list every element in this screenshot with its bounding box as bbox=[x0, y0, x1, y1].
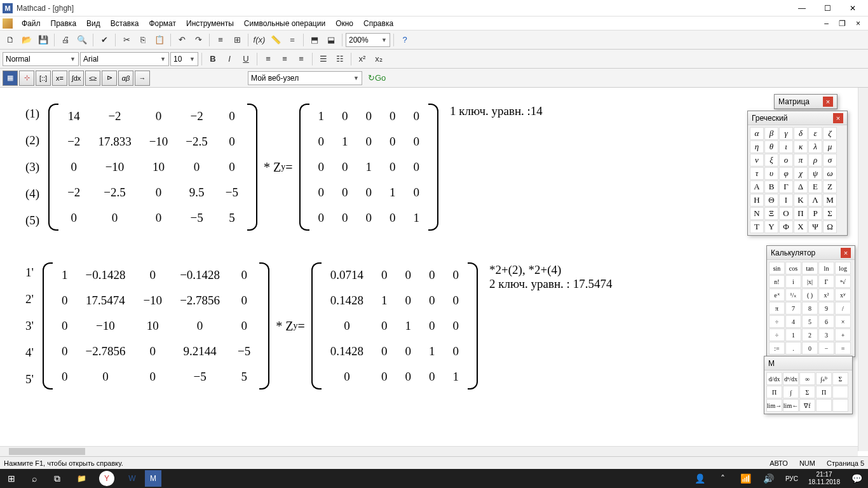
greek-Ν[interactable]: Ν bbox=[750, 207, 764, 220]
calc-key[interactable]: Γ bbox=[818, 275, 834, 288]
maximize-button[interactable]: ☐ bbox=[815, 0, 840, 17]
calc-key[interactable]: 4 bbox=[785, 315, 801, 328]
greek-ω[interactable]: ω bbox=[823, 167, 837, 180]
align-button[interactable]: ≡ bbox=[213, 32, 228, 48]
calc-key[interactable]: eˣ bbox=[769, 288, 785, 301]
calc-key[interactable]: × bbox=[835, 315, 851, 328]
greek-Ο[interactable]: Ο bbox=[779, 207, 793, 220]
greek-γ[interactable]: γ bbox=[779, 127, 793, 140]
component2-button[interactable]: ⬓ bbox=[323, 32, 339, 48]
calc-key[interactable]: + bbox=[835, 329, 851, 341]
search-button[interactable]: ⌕ bbox=[23, 469, 46, 488]
greek-palette[interactable]: Греческий× αβγδεζηθικλμνξοπρστυφχψωΑΒΓΔΕ… bbox=[747, 111, 848, 236]
calc-key[interactable]: log bbox=[835, 262, 851, 274]
redo-button[interactable]: ↷ bbox=[191, 32, 206, 48]
calc-key[interactable]: . bbox=[785, 342, 801, 355]
greek-Φ[interactable]: Φ bbox=[779, 220, 793, 233]
greek-ν[interactable]: ν bbox=[750, 154, 764, 166]
greek-Κ[interactable]: Κ bbox=[794, 194, 808, 207]
numbering-button[interactable]: ☷ bbox=[332, 51, 348, 67]
menu-view[interactable]: Вид bbox=[81, 18, 105, 29]
greek-ψ[interactable]: ψ bbox=[808, 167, 822, 180]
matrix-palette[interactable]: Матрица× bbox=[774, 94, 837, 109]
mdi-minimize[interactable]: – bbox=[819, 18, 834, 29]
greek-υ[interactable]: υ bbox=[764, 167, 778, 180]
mdi-close[interactable]: × bbox=[851, 18, 865, 29]
calc-key[interactable]: 6 bbox=[818, 315, 834, 328]
calc-key[interactable]: ÷ bbox=[769, 329, 785, 341]
fx-button[interactable]: f(x) bbox=[252, 32, 267, 48]
sup-button[interactable]: x² bbox=[355, 51, 370, 67]
close-icon[interactable]: × bbox=[841, 248, 851, 258]
calc-key[interactable]: − bbox=[818, 342, 834, 355]
greek-palette-button[interactable]: αβ bbox=[118, 71, 133, 86]
spell-button[interactable]: ✔ bbox=[97, 32, 112, 48]
calculus-key[interactable]: ∞ bbox=[799, 372, 815, 385]
font-combo[interactable]: Arial▼ bbox=[80, 52, 169, 66]
size-combo[interactable]: 10▼ bbox=[170, 52, 198, 66]
volume-icon[interactable]: 🔊 bbox=[757, 469, 780, 488]
greek-μ[interactable]: μ bbox=[823, 140, 837, 153]
greek-Α[interactable]: Α bbox=[750, 180, 764, 193]
calc-key[interactable]: i bbox=[785, 275, 801, 288]
worksheet[interactable]: (1)(2)(3)(4)(5) 14−20−20−217.833−10−2.50… bbox=[0, 88, 868, 451]
programming-palette-button[interactable]: ⊳ bbox=[102, 71, 117, 86]
greek-β[interactable]: β bbox=[764, 127, 778, 140]
symbolic-palette-button[interactable]: → bbox=[135, 71, 150, 86]
yandex-taskbar[interactable]: Y bbox=[99, 471, 114, 486]
menu-file[interactable]: Файл bbox=[17, 18, 46, 29]
menu-format[interactable]: Формат bbox=[144, 18, 181, 29]
calculus-key[interactable]: Σ bbox=[832, 372, 848, 385]
calc-key[interactable]: 9 bbox=[818, 302, 834, 315]
greek-ρ[interactable]: ρ bbox=[808, 154, 822, 166]
go-button[interactable]: ↻ Go bbox=[363, 71, 390, 86]
greek-Η[interactable]: Η bbox=[750, 194, 764, 207]
align-left-button[interactable]: ≡ bbox=[261, 51, 276, 67]
start-button[interactable]: ⊞ bbox=[0, 469, 23, 488]
calculus-key[interactable]: d/dx bbox=[766, 372, 782, 385]
calculus-key[interactable] bbox=[832, 399, 848, 412]
calculus-key[interactable] bbox=[816, 399, 832, 412]
greek-ζ[interactable]: ζ bbox=[823, 127, 837, 140]
greek-Β[interactable]: Β bbox=[764, 180, 778, 193]
align-right-button[interactable]: ≡ bbox=[294, 51, 309, 67]
menu-tools[interactable]: Инструменты bbox=[181, 18, 239, 29]
greek-ο[interactable]: ο bbox=[779, 154, 793, 166]
calculus-key[interactable]: ∇f bbox=[799, 399, 815, 412]
greek-Ξ[interactable]: Ξ bbox=[764, 207, 778, 220]
calc-key[interactable]: tan bbox=[802, 262, 818, 274]
taskview-button[interactable]: ⧉ bbox=[46, 469, 69, 488]
open-button[interactable]: 📂 bbox=[19, 32, 34, 48]
minimize-button[interactable]: — bbox=[789, 0, 815, 17]
new-button[interactable]: 🗋 bbox=[3, 32, 18, 48]
preview-button[interactable]: 🔍 bbox=[74, 32, 90, 48]
calc-key[interactable]: 8 bbox=[802, 302, 818, 315]
greek-α[interactable]: α bbox=[750, 127, 764, 140]
graph-palette-button[interactable]: ⊹ bbox=[19, 71, 34, 86]
greek-θ[interactable]: θ bbox=[764, 140, 778, 153]
close-button[interactable]: ✕ bbox=[840, 0, 865, 17]
greek-Θ[interactable]: Θ bbox=[764, 194, 778, 207]
calculus-key[interactable] bbox=[832, 386, 848, 398]
underline-button[interactable]: U bbox=[238, 51, 254, 67]
greek-κ[interactable]: κ bbox=[794, 140, 808, 153]
calc-key[interactable]: sin bbox=[769, 262, 785, 274]
save-button[interactable]: 💾 bbox=[36, 32, 51, 48]
calc-key[interactable]: / bbox=[835, 302, 851, 315]
matrix-palette-button[interactable]: [::] bbox=[36, 71, 51, 86]
greek-Ζ[interactable]: Ζ bbox=[823, 180, 837, 193]
undo-button[interactable]: ↶ bbox=[174, 32, 189, 48]
greek-Δ[interactable]: Δ bbox=[794, 180, 808, 193]
print-button[interactable]: 🖨 bbox=[58, 32, 73, 48]
greek-Ε[interactable]: Ε bbox=[808, 180, 822, 193]
greek-Π[interactable]: Π bbox=[794, 207, 808, 220]
calculus-key[interactable]: ∫ₐᵇ bbox=[816, 372, 832, 385]
menu-help[interactable]: Справка bbox=[358, 18, 398, 29]
calc-key[interactable]: 7 bbox=[785, 302, 801, 315]
greek-Ψ[interactable]: Ψ bbox=[808, 220, 822, 233]
calculus-key[interactable]: ∫ bbox=[783, 386, 799, 398]
calc-button[interactable]: = bbox=[285, 32, 300, 48]
calc-key[interactable]: ( ) bbox=[802, 288, 818, 301]
close-icon[interactable]: × bbox=[833, 113, 843, 123]
calculus-key[interactable]: lim← bbox=[783, 399, 799, 412]
